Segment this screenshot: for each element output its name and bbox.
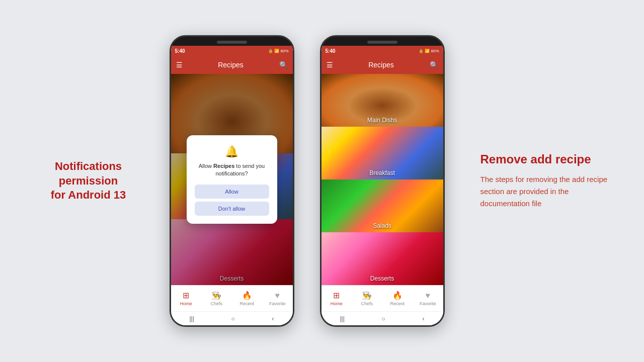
chefs-icon-left: 👨‍🍳 — [211, 291, 221, 300]
android-nav-back-left[interactable]: ‹ — [272, 315, 274, 322]
nav-chefs-label-left: Chefs — [210, 301, 222, 306]
chefs-icon-right: 👨‍🍳 — [362, 291, 372, 300]
phone-right: 5:40 🔒 📶 80% ☰ Recipes 🔍 Main Dishs — [320, 35, 445, 327]
status-time-left: 5:40 — [175, 48, 185, 54]
favorite-icon-left: ♥ — [275, 291, 280, 300]
dialog-text: Allow Recipes to send you notifications? — [195, 162, 269, 178]
right-title: Remove add recipe — [480, 152, 611, 166]
nav-chefs-label-right: Chefs — [361, 301, 373, 306]
right-section: Remove add recipe The steps for removing… — [470, 152, 611, 210]
android-nav-right: ||| ○ ‹ — [321, 311, 443, 325]
status-bar-left: 5:40 🔒 📶 80% — [171, 46, 293, 56]
allow-button[interactable]: Allow — [195, 185, 269, 199]
nav-recent-label-right: Recent — [390, 301, 405, 306]
android-nav-menu-left[interactable]: ||| — [189, 315, 194, 322]
android-nav-left: ||| ○ ‹ — [171, 311, 293, 325]
nav-home-left[interactable]: ⊞ Home — [171, 291, 202, 306]
left-title: Notifications permission for Android 13 — [33, 159, 144, 203]
phone-speaker-left — [217, 41, 247, 44]
home-icon-right: ⊞ — [333, 291, 340, 300]
phone-screen-right: 5:40 🔒 📶 80% ☰ Recipes 🔍 Main Dishs — [321, 46, 443, 325]
nav-recent-right[interactable]: 🔥 Recent — [382, 291, 413, 306]
favorite-icon-right: ♥ — [426, 291, 431, 300]
menu-icon-right[interactable]: ☰ — [327, 61, 333, 69]
deny-button[interactable]: Don't allow — [195, 202, 269, 216]
category-label-desserts-right: Desserts — [321, 275, 443, 282]
android-nav-home-right[interactable]: ○ — [382, 315, 385, 322]
app-bar-right: ☰ Recipes 🔍 — [321, 56, 443, 74]
search-icon-left[interactable]: 🔍 — [279, 61, 288, 69]
category-label-breakfast-right: Breakfast — [321, 169, 443, 176]
recent-icon-right: 🔥 — [392, 291, 403, 300]
status-icons-right: 🔒 📶 80% — [419, 49, 439, 53]
nav-home-right[interactable]: ⊞ Home — [321, 291, 352, 306]
category-desserts-right[interactable]: Desserts — [321, 232, 443, 285]
dialog-app-name: Recipes — [213, 163, 234, 169]
left-label-section: Notifications permission for Android 13 — [33, 159, 144, 203]
nav-chefs-left[interactable]: 👨‍🍳 Chefs — [201, 291, 232, 306]
phone-left: 5:40 🔒 📶 80% ☰ Recipes 🔍 Main Dishs — [170, 35, 294, 327]
right-description: The steps for removing the add recipe se… — [480, 173, 611, 210]
nav-home-label-right: Home — [331, 301, 343, 306]
status-time-right: 5:40 — [326, 48, 336, 54]
app-title-left: Recipes — [218, 61, 244, 69]
recent-icon-left: 🔥 — [242, 291, 252, 300]
nav-recent-left[interactable]: 🔥 Recent — [232, 291, 263, 306]
category-salads-right[interactable]: Salads — [321, 179, 443, 232]
android-nav-home-left[interactable]: ○ — [231, 315, 235, 322]
category-label-salads-right: Salads — [321, 222, 443, 229]
android-nav-back-right[interactable]: ‹ — [423, 315, 425, 322]
home-icon-left: ⊞ — [183, 291, 189, 300]
category-label-main-dishes-right: Main Dishs — [321, 117, 443, 124]
nav-recent-label-left: Recent — [239, 301, 254, 306]
bottom-nav-left: ⊞ Home 👨‍🍳 Chefs 🔥 Recent ♥ Favorite — [171, 285, 293, 311]
status-bar-right: 5:40 🔒 📶 80% — [321, 46, 443, 56]
nav-chefs-right[interactable]: 👨‍🍳 Chefs — [352, 291, 382, 306]
search-icon-right[interactable]: 🔍 — [430, 61, 438, 69]
nav-home-label-left: Home — [180, 301, 192, 306]
category-breakfast-right[interactable]: Breakfast — [321, 127, 443, 179]
phone-screen-left: 5:40 🔒 📶 80% ☰ Recipes 🔍 Main Dishs — [171, 46, 293, 325]
app-title-right: Recipes — [368, 61, 394, 69]
status-icons-left: 🔒 📶 80% — [268, 49, 288, 53]
notification-dialog: 🔔 Allow Recipes to send you notification… — [187, 135, 277, 224]
app-bar-left: ☰ Recipes 🔍 — [171, 56, 293, 74]
category-main-dishes-right[interactable]: Main Dishs — [321, 74, 443, 127]
nav-favorite-left[interactable]: ♥ Favorite — [262, 291, 293, 306]
nav-favorite-right[interactable]: ♥ Favorite — [413, 291, 443, 306]
content-area-right: Main Dishs Breakfast Salads Desserts — [321, 74, 443, 285]
nav-favorite-label-left: Favorite — [269, 301, 286, 306]
content-area-left: Main Dishs Desserts 🔔 Allow Recipes to s… — [171, 74, 293, 285]
dialog-overlay: 🔔 Allow Recipes to send you notification… — [171, 74, 293, 285]
nav-favorite-label-right: Favorite — [420, 301, 436, 306]
bottom-nav-right: ⊞ Home 👨‍🍳 Chefs 🔥 Recent ♥ Favorite — [321, 285, 443, 311]
android-nav-menu-right[interactable]: ||| — [340, 315, 344, 322]
phone-speaker-right — [367, 41, 397, 44]
bell-icon: 🔔 — [195, 145, 269, 158]
page-container: Notifications permission for Android 13 … — [0, 0, 644, 362]
menu-icon-left[interactable]: ☰ — [176, 61, 183, 69]
